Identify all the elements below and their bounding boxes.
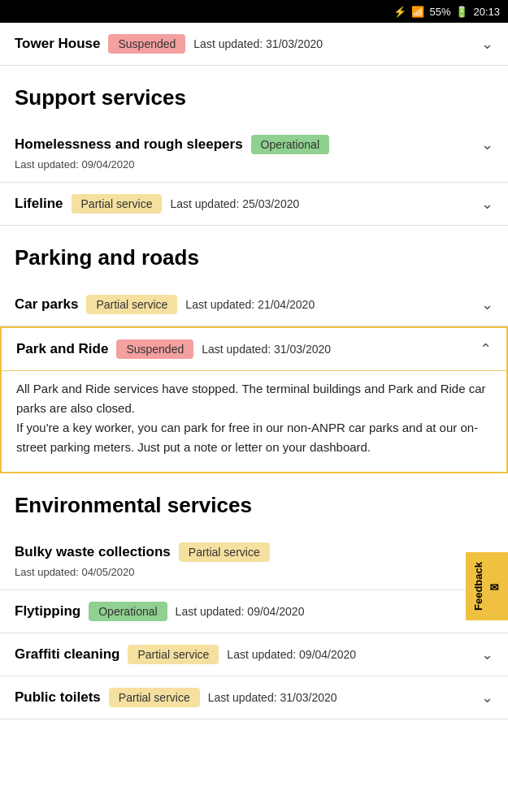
last-updated-text: Last updated: 09/04/2020 <box>15 158 493 171</box>
status-badge: Suspended <box>108 34 185 54</box>
feedback-button[interactable]: Feedback ✉ <box>466 552 508 620</box>
section-parking-roads: Parking and roads Car parks Partial serv… <box>0 226 508 473</box>
expanded-paragraph: All Park and Ride services have stopped.… <box>16 379 492 418</box>
last-updated-text: Last updated: 09/04/2020 <box>227 648 473 661</box>
section-environmental-services: Environmental services Bulky waste colle… <box>0 473 508 719</box>
chevron-down-icon: ⌄ <box>481 296 493 313</box>
last-updated-text: Last updated: 31/03/2020 <box>208 691 473 704</box>
last-updated-text: Last updated: 25/03/2020 <box>170 197 473 210</box>
service-name: Car parks <box>15 296 78 313</box>
battery-icon: 🔋 <box>455 6 468 18</box>
service-name: Park and Ride <box>16 341 108 357</box>
chevron-up-icon: ⌃ <box>480 340 492 358</box>
list-item[interactable]: Public toilets Partial service Last upda… <box>0 676 508 719</box>
service-name: Lifeline <box>15 196 63 212</box>
service-name: Graffiti cleaning <box>15 646 119 663</box>
last-updated-text: Last updated: 21/04/2020 <box>185 298 473 311</box>
status-badge: Partial service <box>86 295 177 314</box>
list-item[interactable]: Lifeline Partial service Last updated: 2… <box>0 183 508 226</box>
section-title: Environmental services <box>0 473 508 531</box>
status-badge: Partial service <box>179 542 270 562</box>
status-badge: Suspended <box>116 339 193 359</box>
last-updated-text: Last updated: 31/03/2020 <box>193 37 473 50</box>
list-item-expanded[interactable]: Park and Ride Suspended Last updated: 31… <box>0 326 508 473</box>
feedback-icon: ✉ <box>489 581 501 593</box>
list-item[interactable]: Homelessness and rough sleepers Operatio… <box>0 123 508 183</box>
wifi-icon: 📶 <box>411 6 424 18</box>
last-updated-text: Last updated: 31/03/2020 <box>202 343 471 356</box>
chevron-down-icon: ⌄ <box>481 195 493 213</box>
section-title: Parking and roads <box>0 226 508 283</box>
expanded-content: All Park and Ride services have stopped.… <box>2 370 506 472</box>
section-support-services: Support services Homelessness and rough … <box>0 66 508 226</box>
status-bar: ⚡ 📶 55% 🔋 20:13 <box>0 0 508 23</box>
chevron-down-icon: ⌄ <box>481 35 493 53</box>
chevron-down-icon: ⌄ <box>481 136 493 153</box>
service-name: Tower House <box>15 36 100 52</box>
list-item[interactable]: Car parks Partial service Last updated: … <box>0 283 508 326</box>
service-name: Flytipping <box>15 603 80 620</box>
status-badge: Partial service <box>72 194 163 214</box>
status-badge: Operational <box>251 135 329 154</box>
status-badge: Partial service <box>109 688 200 707</box>
expanded-paragraph: If you're a key worker, you can park for… <box>16 418 492 457</box>
status-badge: Operational <box>89 602 167 621</box>
bluetooth-icon: ⚡ <box>393 6 406 18</box>
list-item[interactable]: Bulky waste collections Partial service … <box>0 531 508 590</box>
last-updated-text: Last updated: 09/04/2020 <box>176 605 473 618</box>
list-item[interactable]: Flytipping Operational Last updated: 09/… <box>0 590 508 633</box>
service-name: Bulky waste collections <box>15 544 171 560</box>
battery-percentage: 55% <box>429 6 450 18</box>
section-title: Support services <box>0 66 508 123</box>
time: 20:13 <box>473 6 500 18</box>
last-updated-text: Last updated: 04/05/2020 <box>15 566 493 578</box>
feedback-label: Feedback <box>472 562 484 611</box>
status-badge: Partial service <box>128 645 219 664</box>
main-content: Tower House Suspended Last updated: 31/0… <box>0 23 508 719</box>
chevron-down-icon: ⌄ <box>481 689 493 706</box>
service-name: Homelessness and rough sleepers <box>15 136 243 153</box>
list-item[interactable]: Graffiti cleaning Partial service Last u… <box>0 633 508 676</box>
chevron-down-icon: ⌄ <box>481 646 493 663</box>
list-item[interactable]: Tower House Suspended Last updated: 31/0… <box>0 23 508 66</box>
service-name: Public toilets <box>15 689 101 706</box>
